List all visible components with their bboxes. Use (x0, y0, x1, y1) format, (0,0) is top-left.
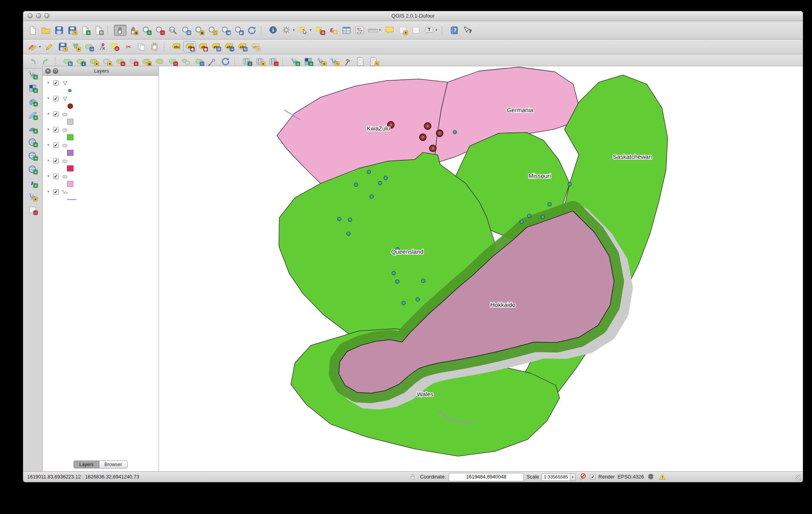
move-label-button[interactable]: abc→ (223, 41, 236, 52)
rotate-point-symbols-button[interactable] (219, 56, 232, 67)
message-log-icon[interactable]: ! (658, 472, 667, 481)
zoom-actual-size-button[interactable]: 1:1 (166, 25, 179, 36)
scale-combobox[interactable]: 1:33565585 ▼ (542, 473, 576, 481)
close-panel-icon[interactable]: ✕ (45, 68, 51, 74)
remove-layer-button[interactable]: − (26, 205, 39, 216)
add-raster-layer-button[interactable]: + (26, 83, 39, 94)
zoom-out-button[interactable]: − (153, 25, 166, 36)
zoom-next-button[interactable]: ▶ (232, 25, 245, 36)
highlight-pinned-labels-button[interactable]: abc⊙ (210, 41, 222, 52)
current-edits-button[interactable]: ▼ (26, 41, 43, 52)
add-vector-layer-button[interactable]: + (26, 69, 39, 80)
toggle-editing-button[interactable] (43, 41, 56, 52)
layer-checkbox[interactable]: ✓ (53, 111, 59, 117)
expand-triangle-icon[interactable]: ▼ (47, 174, 50, 178)
paste-features-button[interactable] (149, 41, 161, 52)
title-bar[interactable]: QGIS 2.0.1-Dufour (23, 11, 803, 21)
minimize-window-button[interactable] (36, 13, 41, 18)
split-features-button[interactable]: ✂ (166, 56, 179, 67)
build-topology-button[interactable] (341, 56, 354, 67)
node-tool-button[interactable] (96, 41, 109, 52)
expand-triangle-icon[interactable]: ▼ (47, 112, 50, 116)
save-project-button[interactable] (53, 25, 65, 36)
delete-selected-button[interactable]: ✕ (109, 41, 122, 52)
remove-layer-group-button[interactable]: − (267, 56, 280, 67)
cut-features-button[interactable]: ✂ (122, 41, 135, 52)
merge-features-button[interactable] (180, 56, 192, 67)
composer-manager-button[interactable]: ⚙ (92, 25, 105, 36)
layer-item-region[interactable]: ▼ ✓ (43, 172, 158, 180)
rotate-feature-button[interactable]: ↻ (61, 56, 74, 67)
expand-triangle-icon[interactable]: ▼ (47, 97, 50, 100)
layer-item-vw_regions_adjoining_hokkaido[interactable]: ▼ ✓ (43, 156, 158, 165)
add-wfs-layer-button[interactable]: + (26, 164, 39, 175)
offset-curve-button[interactable] (153, 56, 166, 67)
resize-grip[interactable] (795, 474, 802, 481)
extents-mouse-icon[interactable] (408, 472, 417, 481)
add-wcs-layer-button[interactable]: + (26, 150, 39, 162)
new-shapefile-button[interactable]: ★ (315, 56, 328, 67)
measure-button[interactable]: ▼ (366, 25, 383, 36)
select-features-button[interactable]: ▼ (297, 25, 313, 36)
delete-part-button[interactable]: ✕ (127, 56, 140, 67)
map-tips-button[interactable] (383, 25, 396, 36)
new-bookmark-button[interactable]: ★ (396, 25, 409, 36)
redo-button[interactable] (40, 56, 52, 67)
new-vector-layer-button[interactable]: + (289, 56, 301, 67)
modify-vector-layer-button[interactable]: ✎ (328, 56, 341, 67)
fill-ring-button[interactable]: ▣ (140, 56, 153, 67)
copy-features-button[interactable] (135, 41, 148, 52)
layer-labeling-options-button[interactable]: abc (170, 41, 183, 52)
pin-label-button[interactable]: ab● (196, 41, 209, 52)
new-print-composer-button[interactable]: + (79, 25, 92, 36)
layer-checkbox[interactable]: ✓ (53, 174, 59, 179)
deselect-features-button[interactable]: ⊘ (314, 25, 327, 36)
rotate-label-button[interactable]: abc↻ (236, 41, 249, 52)
refresh-map-button[interactable] (246, 25, 258, 36)
layer-checkbox[interactable]: ✓ (53, 127, 59, 132)
move-feature-button[interactable]: → (83, 41, 95, 52)
expand-triangle-icon[interactable]: ▼ (47, 190, 50, 194)
expand-triangle-icon[interactable]: ▼ (47, 143, 50, 147)
add-wms-layer-button[interactable]: + (26, 137, 39, 148)
expand-triangle-icon[interactable]: ▼ (47, 128, 50, 131)
new-project-button[interactable] (26, 25, 39, 36)
layer-item-vw_hokkaido_distance_select[interactable]: ▼ ✓ (43, 125, 158, 134)
layer-scale-visibility-button[interactable]: ★ (254, 56, 267, 67)
panel-tab-browser[interactable]: Browser (99, 461, 128, 469)
layer-checkbox[interactable]: ✓ (53, 96, 59, 101)
select-by-expression-button[interactable]: ε (327, 25, 340, 36)
edit-map-extent-button[interactable]: ✎ (368, 56, 380, 67)
offset-point-symbol-button[interactable] (206, 56, 219, 67)
coordinate-input[interactable] (449, 473, 524, 481)
pan-map-button[interactable] (114, 25, 127, 36)
open-project-button[interactable] (40, 25, 52, 36)
zoom-in-button[interactable]: + (140, 25, 153, 36)
run-feature-action-button[interactable]: ▼ (280, 25, 297, 36)
layer-item-road[interactable]: ▼ ✓ (43, 188, 158, 196)
zoom-window-button[interactable] (44, 13, 50, 18)
expand-triangle-icon[interactable]: ▼ (47, 159, 50, 162)
scale-dropdown-icon[interactable]: ▼ (570, 474, 575, 480)
change-label-button[interactable]: abc✎ (249, 41, 262, 52)
add-postgis-layer-button[interactable]: + (26, 96, 39, 107)
add-mssql-layer-button[interactable]: + (26, 123, 39, 134)
layer-item-building[interactable]: ▼ ✓ (43, 79, 158, 87)
layer-checkbox[interactable]: ✓ (53, 189, 59, 195)
add-part-button[interactable]: ★ (101, 56, 113, 67)
layer-item-vw_select_location[interactable]: ▼ ✓ (43, 94, 158, 103)
map-canvas[interactable]: KwaZuluGermaniaSaskatchewanMissouriQueen… (159, 66, 803, 472)
save-project-as-button[interactable]: ✎ (66, 25, 79, 36)
copy-map-extent-button[interactable] (355, 56, 367, 67)
add-delimited-text-layer-button[interactable]: ,+ (26, 178, 39, 189)
pan-to-selection-button[interactable]: ▣ (127, 25, 140, 36)
stop-render-icon[interactable] (578, 472, 587, 481)
undo-button[interactable] (26, 56, 39, 67)
close-window-button[interactable] (28, 13, 33, 18)
new-shapefile-layer-button[interactable]: ★ (26, 191, 39, 202)
field-calculator-button[interactable] (353, 25, 366, 36)
show-bookmarks-button[interactable] (410, 25, 422, 36)
whats-this-button[interactable]: ? (461, 25, 474, 36)
zoom-to-layer-button[interactable]: □ (206, 25, 219, 36)
zoom-last-button[interactable]: ◀ (219, 25, 232, 36)
